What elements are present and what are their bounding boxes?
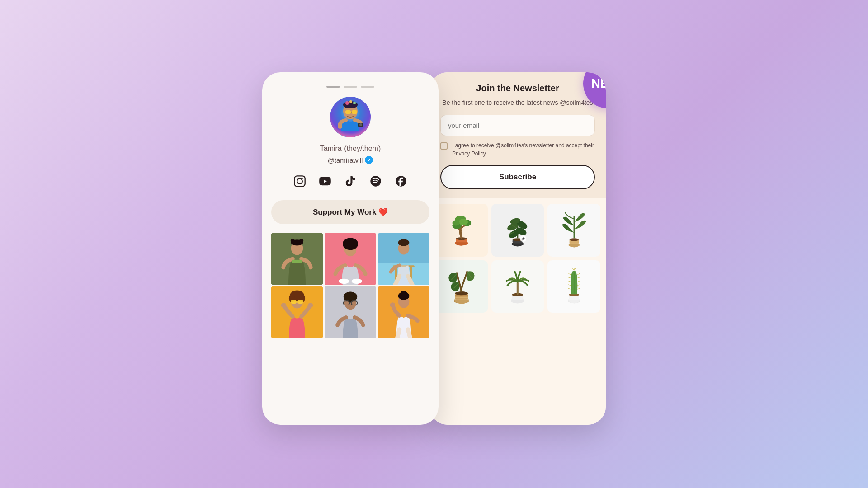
photo-2[interactable] [325,233,376,285]
svg-point-37 [398,239,410,246]
phones-container: Tamira (they/them) @tamirawill ✓ [262,72,606,425]
newsletter-section: Join the Newsletter Be the first one to … [429,72,606,198]
facebook-icon[interactable] [393,173,409,189]
svg-point-83 [569,238,578,241]
svg-point-49 [344,291,357,302]
svg-point-14 [302,178,303,178]
tiktok-icon[interactable] [342,173,359,189]
checkbox-row: I agree to receive @soilm4tes's newslett… [440,141,595,158]
verified-badge: ✓ [365,156,373,164]
svg-point-65 [452,220,459,225]
support-label: Support My Work ❤️ [313,207,388,217]
svg-line-109 [568,285,571,286]
profile-name: Tamira (they/them) [320,143,381,153]
svg-point-5 [353,102,356,104]
svg-point-16 [370,176,381,186]
profile-phone: Tamira (they/them) @tamirawill ✓ [262,72,439,425]
svg-point-3 [345,101,349,105]
svg-line-108 [568,281,571,282]
photo-3[interactable] [378,233,429,285]
cactus-svg [556,268,593,305]
plant-4[interactable] [435,260,488,313]
svg-line-113 [577,281,580,282]
svg-line-86 [574,221,586,229]
svg-rect-99 [517,282,519,295]
plant-1[interactable] [435,204,488,257]
photo-5[interactable] [325,286,376,338]
plant-6[interactable] [547,260,600,313]
svg-point-8 [359,123,362,126]
photo-grid [271,233,429,338]
pronouns-text: (they/them) [344,145,381,152]
newsletter-phone: NEW! Join the Newsletter Be the first on… [429,72,606,425]
profile-handle: @tamirawill ✓ [328,156,373,164]
svg-rect-24 [292,260,302,263]
svg-line-112 [577,277,580,278]
svg-rect-10 [352,110,357,114]
checkbox-label: I agree to receive @soilm4tes's newslett… [452,141,595,158]
svg-point-57 [390,302,395,307]
tall-plant-svg [556,212,593,249]
svg-point-44 [297,300,303,304]
avatar-image [330,97,371,137]
svg-point-13 [297,178,302,184]
svg-point-43 [291,300,297,304]
handle-text: @tamirawill [328,156,363,164]
svg-text:★: ★ [521,236,525,241]
svg-point-64 [458,219,467,225]
youtube-icon[interactable] [317,173,333,189]
svg-line-115 [577,288,580,289]
svg-line-114 [577,285,580,286]
rubber-plant-svg: ★ [499,212,536,249]
svg-point-56 [400,291,407,296]
instagram-icon[interactable] [292,173,308,189]
dracaena-svg [499,268,536,305]
svg-rect-9 [345,110,351,114]
fiddle-leaf-svg [443,268,480,305]
new-badge-text: NEW! [591,76,606,91]
svg-point-27 [343,238,358,250]
avatar-svg [330,97,371,137]
svg-point-45 [281,303,286,308]
svg-point-4 [349,100,352,103]
phone-dots [326,86,374,88]
email-input[interactable] [440,115,595,136]
svg-point-46 [308,303,313,308]
social-icons [292,173,409,189]
privacy-policy-link[interactable]: Privacy Policy [452,150,486,157]
svg-point-22 [291,239,295,243]
plant-2[interactable]: ★ [491,204,544,257]
newsletter-title: Join the Newsletter [440,83,595,94]
svg-point-23 [299,239,304,243]
svg-line-107 [568,277,571,278]
svg-point-29 [352,279,362,284]
name-text: Tamira [320,145,342,152]
plant-3[interactable] [547,204,600,257]
photo-4[interactable] [271,286,323,338]
photo-6[interactable] [378,286,429,338]
dot-2 [344,86,357,88]
dot-3 [361,86,374,88]
subscribe-button[interactable]: Subscribe [440,165,595,189]
svg-line-110 [568,288,571,289]
agree-checkbox[interactable] [440,142,448,150]
photo-1[interactable] [271,233,323,285]
plant-5[interactable] [491,260,544,313]
plants-section: ★ [429,198,606,425]
bonsai-plant-svg [443,212,480,249]
plants-grid: ★ [435,204,600,313]
support-button[interactable]: Support My Work ❤️ [271,200,429,224]
svg-point-28 [339,279,349,284]
avatar [330,97,371,137]
svg-line-111 [577,273,580,275]
dot-1 [326,86,340,88]
svg-rect-12 [294,176,305,186]
subscribe-label: Subscribe [499,173,536,181]
svg-line-85 [562,225,574,232]
spotify-icon[interactable] [368,173,384,189]
newsletter-description: Be the first one to receive the latest n… [440,98,595,108]
svg-point-6 [338,124,342,129]
svg-line-106 [568,273,571,275]
